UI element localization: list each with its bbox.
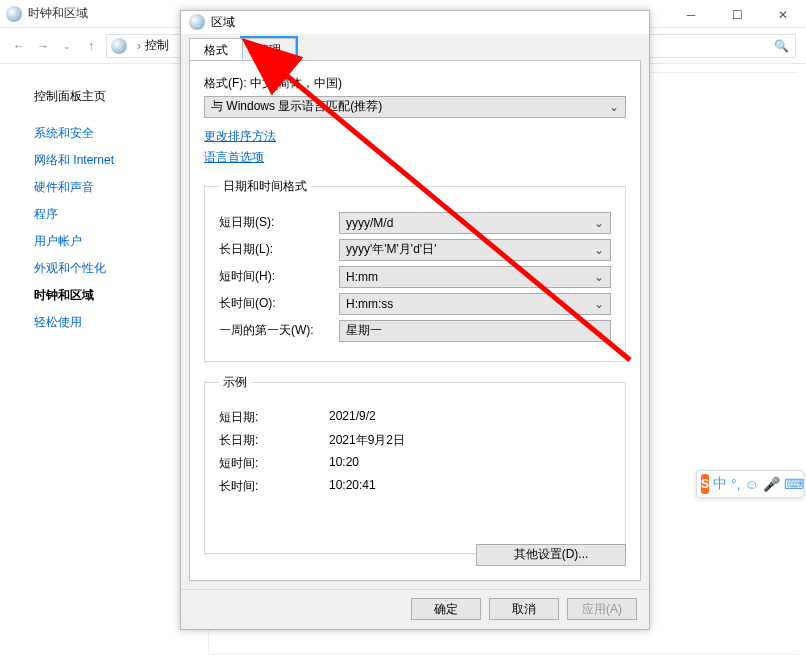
ime-voice-icon[interactable]: 🎤 [763,476,780,492]
long-date-label: 长日期(L): [219,241,339,258]
maximize-button[interactable]: ☐ [714,1,760,28]
first-day-value: 星期一 [346,322,594,339]
sidebar-item-appearance[interactable]: 外观和个性化 [34,260,186,277]
long-date-value: yyyy'年'M'月'd'日' [346,241,594,258]
sidebar: 控制面板主页 系统和安全 网络和 Internet 硬件和声音 程序 用户帐户 … [0,64,200,663]
example-legend: 示例 [219,374,251,391]
ex-long-date-label: 长日期: [219,432,329,449]
chevron-down-icon: ⌄ [594,216,604,230]
dialog-footer: 确定 取消 应用(A) [181,589,649,629]
short-date-label: 短日期(S): [219,214,339,231]
ex-short-date-label: 短日期: [219,409,329,426]
location-icon [111,38,127,54]
long-date-dropdown[interactable]: yyyy'年'M'月'd'日' ⌄ [339,239,611,261]
chevron-down-icon: ⌄ [594,297,604,311]
ex-long-date-value: 2021年9月2日 [329,432,405,449]
cancel-button[interactable]: 取消 [489,598,559,620]
ex-short-date-value: 2021/9/2 [329,409,376,426]
apply-button[interactable]: 应用(A) [567,598,637,620]
datetime-formats-legend: 日期和时间格式 [219,178,311,195]
back-button[interactable]: ← [10,37,28,55]
short-time-dropdown[interactable]: H:mm ⌄ [339,266,611,288]
format-panel: 格式(F): 中文(简体，中国) 与 Windows 显示语言匹配(推荐) ⌄ … [189,60,641,581]
sidebar-item-programs[interactable]: 程序 [34,206,186,223]
ime-emoji-icon[interactable]: ☺ [745,476,759,492]
close-button[interactable]: ✕ [760,1,806,28]
minimize-button[interactable]: ─ [668,1,714,28]
ime-toolbar[interactable]: S 中 °, ☺ 🎤 ⌨ [696,470,804,498]
ex-short-time-value: 10:20 [329,455,359,472]
sogou-logo-icon[interactable]: S [701,474,709,494]
tab-strip: 格式 管理 [181,34,649,60]
long-time-value: H:mm:ss [346,297,594,311]
ex-long-time-value: 10:20:41 [329,478,376,495]
ex-long-time-label: 长时间: [219,478,329,495]
dialog-title-bar[interactable]: 区域 [181,11,649,34]
other-settings-button[interactable]: 其他设置(D)... [476,544,626,566]
search-input[interactable]: 🔍 [640,34,796,58]
sidebar-item-ease[interactable]: 轻松使用 [34,314,186,331]
breadcrumb-item[interactable]: 控制 [145,37,169,54]
chevron-right-icon: › [137,39,141,53]
tab-admin[interactable]: 管理 [242,38,296,60]
format-dropdown[interactable]: 与 Windows 显示语言匹配(推荐) ⌄ [204,96,626,118]
ime-mode[interactable]: 中 [713,475,727,493]
format-dropdown-value: 与 Windows 显示语言匹配(推荐) [211,98,609,115]
ok-button[interactable]: 确定 [411,598,481,620]
short-date-value: yyyy/M/d [346,216,594,230]
short-date-dropdown[interactable]: yyyy/M/d ⌄ [339,212,611,234]
dialog-title: 区域 [211,14,235,31]
chevron-down-icon: ⌄ [609,100,619,114]
first-day-label: 一周的第一天(W): [219,322,339,339]
sidebar-item-clock-region[interactable]: 时钟和区域 [34,287,186,304]
first-day-dropdown[interactable]: 星期一 ⌄ [339,320,611,342]
history-dropdown-icon[interactable]: ⌄ [58,37,76,55]
chevron-down-icon: ⌄ [594,243,604,257]
control-panel-icon [6,6,22,22]
tab-format[interactable]: 格式 [189,38,243,60]
chevron-down-icon: ⌄ [594,270,604,284]
region-dialog: 区域 格式 管理 格式(F): 中文(简体，中国) 与 Windows 显示语言… [180,10,650,630]
long-time-dropdown[interactable]: H:mm:ss ⌄ [339,293,611,315]
example-group: 示例 短日期:2021/9/2 长日期:2021年9月2日 短时间:10:20 … [204,374,626,554]
change-sort-link[interactable]: 更改排序方法 [204,128,626,145]
ex-short-time-label: 短时间: [219,455,329,472]
sidebar-item-hardware[interactable]: 硬件和声音 [34,179,186,196]
ime-punct-icon[interactable]: °, [731,476,741,492]
up-button[interactable]: ↑ [82,37,100,55]
region-dialog-icon [189,14,205,30]
short-time-value: H:mm [346,270,594,284]
short-time-label: 短时间(H): [219,268,339,285]
long-time-label: 长时间(O): [219,295,339,312]
datetime-formats-group: 日期和时间格式 短日期(S): yyyy/M/d ⌄ 长日期(L): yyyy'… [204,178,626,362]
search-icon: 🔍 [774,39,789,53]
window-title: 时钟和区域 [28,5,88,22]
language-prefs-link[interactable]: 语言首选项 [204,149,626,166]
sidebar-item-system[interactable]: 系统和安全 [34,125,186,142]
sidebar-item-network[interactable]: 网络和 Internet [34,152,186,169]
forward-button[interactable]: → [34,37,52,55]
ime-keyboard-icon[interactable]: ⌨ [784,476,804,492]
chevron-down-icon: ⌄ [594,324,604,338]
format-label: 格式(F): 中文(简体，中国) [204,75,626,92]
control-panel-home[interactable]: 控制面板主页 [34,88,186,105]
sidebar-item-accounts[interactable]: 用户帐户 [34,233,186,250]
